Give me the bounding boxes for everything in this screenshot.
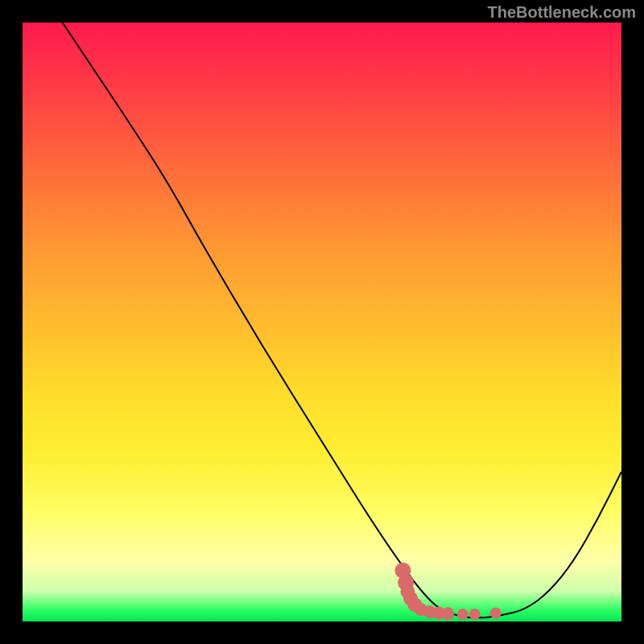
trend-marker [490,608,502,619]
trend-marker [469,609,481,620]
trend-marker [441,607,454,620]
plot-area [23,23,621,621]
chart-svg [23,23,621,621]
trend-marker [457,609,469,620]
watermark-label: TheBottleneck.com [488,3,636,22]
bottleneck-curve [23,23,621,617]
trend-markers [394,563,501,621]
